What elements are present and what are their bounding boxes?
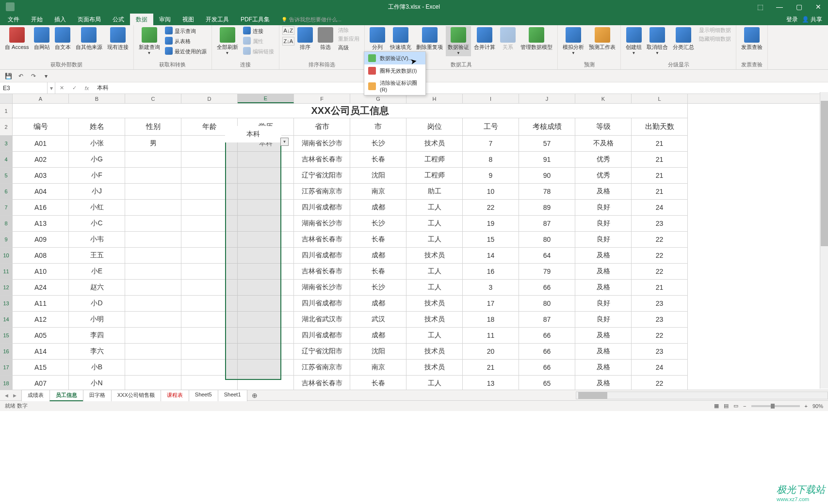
row-header-15[interactable]: 15: [0, 328, 12, 344]
cell-H11[interactable]: 工人: [406, 264, 463, 279]
cell-B8[interactable]: 小C: [69, 216, 125, 231]
cell-C5[interactable]: [125, 168, 181, 183]
sheet-tab-Sheet1[interactable]: Sheet1: [218, 390, 247, 401]
cell-I15[interactable]: 11: [463, 328, 519, 343]
cell-I7[interactable]: 22: [463, 200, 519, 215]
cell-L6[interactable]: 21: [632, 184, 688, 199]
cell-L12[interactable]: 21: [632, 280, 688, 295]
confirm-icon[interactable]: ✓: [68, 85, 81, 91]
cell-K16[interactable]: 及格: [575, 344, 632, 359]
refresh-all-button[interactable]: 全部刷新▼: [215, 26, 240, 56]
row-header-18[interactable]: 18: [0, 376, 12, 390]
cell-K2[interactable]: 等级: [575, 118, 632, 135]
cell-B12[interactable]: 赵六: [69, 280, 125, 295]
connections-button[interactable]: 连接: [241, 26, 276, 36]
sort-za-button[interactable]: Z↓A: [282, 37, 295, 46]
cell-C16[interactable]: [125, 344, 181, 359]
cell-A3[interactable]: A01: [13, 136, 69, 151]
cell-L18[interactable]: 22: [632, 376, 688, 390]
cell-I10[interactable]: 14: [463, 248, 519, 263]
dropdown-item-validate[interactable]: 数据验证(V)...: [364, 52, 425, 64]
remove-dup-button[interactable]: 删除重复项: [414, 26, 445, 52]
sort-button[interactable]: 排序: [295, 26, 315, 52]
vertical-scrollbar[interactable]: [820, 92, 828, 389]
name-box[interactable]: E3: [0, 82, 48, 94]
cell-H8[interactable]: 工人: [406, 216, 463, 231]
cell-B6[interactable]: 小J: [69, 184, 125, 199]
col-header-J[interactable]: J: [519, 94, 575, 103]
dropdown-item-clear-circles[interactable]: 清除验证标识圈(R): [364, 77, 425, 95]
cell-L5[interactable]: 21: [632, 168, 688, 183]
show-detail-button[interactable]: 显示明细数据: [697, 26, 733, 34]
tab-formula[interactable]: 公式: [107, 14, 130, 25]
cell-J10[interactable]: 64: [519, 248, 575, 263]
cell-J9[interactable]: 80: [519, 232, 575, 247]
hide-detail-button[interactable]: 隐藏明细数据: [697, 35, 733, 43]
cell-B7[interactable]: 小红: [69, 200, 125, 215]
cell-F3[interactable]: 湖南省长沙市: [294, 136, 350, 151]
cell-F12[interactable]: 湖南省长沙市: [294, 280, 350, 295]
cell-J8[interactable]: 87: [519, 216, 575, 231]
cell-D14[interactable]: [181, 312, 238, 327]
cell-L17[interactable]: 24: [632, 360, 688, 375]
cell-G15[interactable]: 成都: [350, 328, 406, 343]
cell-C11[interactable]: [125, 264, 181, 279]
cell-A13[interactable]: A11: [13, 296, 69, 311]
cell-E3[interactable]: 本科: [238, 136, 294, 151]
cell-C10[interactable]: [125, 248, 181, 263]
cell-G2[interactable]: 市: [350, 118, 406, 135]
subtotal-button[interactable]: 分类汇总: [671, 26, 696, 52]
spreadsheet-grid[interactable]: ABCDEFGHIJKL 123456789101112131415161718…: [0, 94, 828, 390]
cancel-icon[interactable]: ✕: [55, 85, 68, 91]
cell-D4[interactable]: [181, 152, 238, 167]
cell-A15[interactable]: A05: [13, 328, 69, 343]
cell-E5[interactable]: [238, 168, 294, 183]
view-layout-icon[interactable]: ▤: [724, 403, 729, 409]
cell-I4[interactable]: 8: [463, 152, 519, 167]
cell-G11[interactable]: 长春: [350, 264, 406, 279]
cell-I8[interactable]: 19: [463, 216, 519, 231]
cell-F17[interactable]: 江苏省南京市: [294, 360, 350, 375]
cell-F6[interactable]: 江苏省南京市: [294, 184, 350, 199]
cell-I12[interactable]: 3: [463, 280, 519, 295]
cell-C13[interactable]: [125, 296, 181, 311]
relationships-button[interactable]: 关系: [498, 26, 518, 52]
cell-A12[interactable]: A24: [13, 280, 69, 295]
cell-A8[interactable]: A13: [13, 216, 69, 231]
cell-L4[interactable]: 21: [632, 152, 688, 167]
fx-icon[interactable]: fx: [81, 85, 93, 91]
col-header-B[interactable]: B: [69, 94, 125, 103]
recent-source-button[interactable]: 最近使用的源: [163, 47, 209, 56]
cell-F18[interactable]: 吉林省长春市: [294, 376, 350, 390]
cell-L2[interactable]: 出勤天数: [632, 118, 688, 135]
from-web-button[interactable]: 自网站: [32, 26, 52, 52]
cell-B14[interactable]: 小明: [69, 312, 125, 327]
cell-J4[interactable]: 91: [519, 152, 575, 167]
new-query-button[interactable]: 新建查询▼: [137, 26, 162, 56]
cell-H5[interactable]: 工程师: [406, 168, 463, 183]
cell-L10[interactable]: 22: [632, 248, 688, 263]
cell-I18[interactable]: 13: [463, 376, 519, 390]
cell-B15[interactable]: 李四: [69, 328, 125, 343]
advanced-filter-button[interactable]: 高级: [336, 44, 361, 52]
tab-data[interactable]: 数据: [130, 14, 153, 25]
cell-A6[interactable]: A04: [13, 184, 69, 199]
cell-H15[interactable]: 工人: [406, 328, 463, 343]
cell-E11[interactable]: [238, 264, 294, 279]
cell-B16[interactable]: 李六: [69, 344, 125, 359]
sheet-tab-田字格[interactable]: 田字格: [83, 390, 112, 401]
cell-E17[interactable]: [238, 360, 294, 375]
title-cell[interactable]: XXX公司员工信息: [13, 104, 688, 118]
cell-I6[interactable]: 10: [463, 184, 519, 199]
reapply-button[interactable]: 重新应用: [336, 35, 361, 43]
row-header-6[interactable]: 6: [0, 184, 12, 200]
cell-G13[interactable]: 成都: [350, 296, 406, 311]
cell-J2[interactable]: 考核成绩: [519, 118, 575, 135]
cell-K8[interactable]: 良好: [575, 216, 632, 231]
cell-H9[interactable]: 工人: [406, 232, 463, 247]
cell-E6[interactable]: [238, 184, 294, 199]
cell-J18[interactable]: 65: [519, 376, 575, 390]
cell-H13[interactable]: 技术员: [406, 296, 463, 311]
cell-G5[interactable]: 沈阳: [350, 168, 406, 183]
clear-filter-button[interactable]: 清除: [336, 26, 361, 34]
